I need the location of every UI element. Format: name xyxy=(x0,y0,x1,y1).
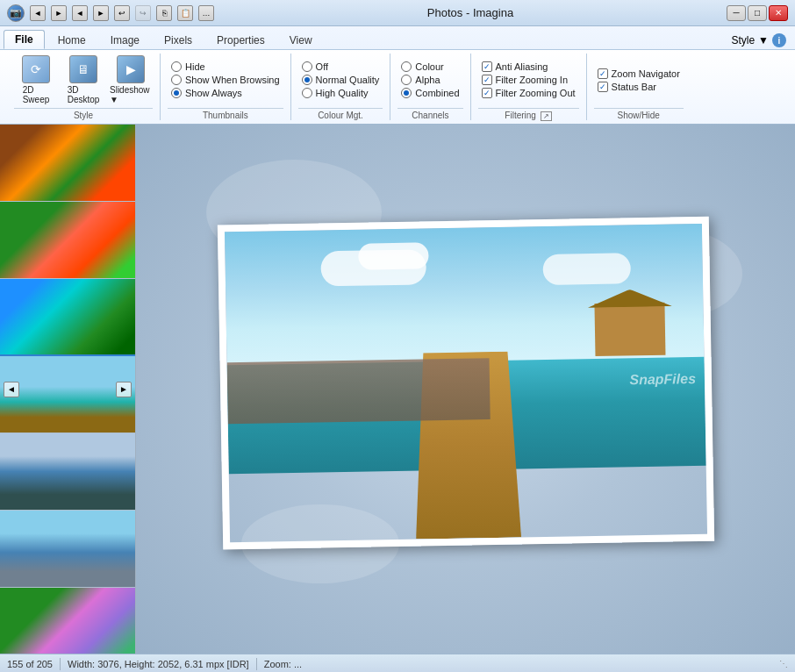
filtering-group-label: Filtering ↗ xyxy=(478,108,579,120)
image-count: 155 of 205 xyxy=(7,659,53,669)
tab-properties[interactable]: Properties xyxy=(205,31,276,49)
combined-radio[interactable]: Combined xyxy=(401,88,459,98)
show-always-radio[interactable]: Show Always xyxy=(171,88,280,98)
info-icon[interactable]: i xyxy=(772,33,786,47)
alpha-radio[interactable]: Alpha xyxy=(401,75,459,85)
colour-label: Colour xyxy=(415,61,443,72)
2d-sweep-btn[interactable]: ⟳ 2DSweep xyxy=(14,54,58,106)
anti-aliasing-check[interactable]: ✓ Anti Aliasing xyxy=(482,61,576,72)
tab-image[interactable]: Image xyxy=(99,31,151,49)
redo-btn[interactable]: ↪ xyxy=(135,5,151,21)
maximize-btn[interactable]: □ xyxy=(748,5,767,21)
high-quality-label: High Quality xyxy=(316,88,369,98)
undo-btn[interactable]: ↩ xyxy=(114,5,130,21)
thumbnail-3[interactable] xyxy=(0,279,135,356)
show-browsing-radio[interactable]: Show When Browsing xyxy=(171,75,280,85)
show-hide-check-col: ✓ Zoom Navigator ✓ Status Bar xyxy=(594,67,684,94)
status-bar-check[interactable]: ✓ Status Bar xyxy=(598,82,680,92)
thumbnails-options: Hide Show When Browsing Show Always xyxy=(168,54,283,108)
zoom-navigator-check[interactable]: ✓ Zoom Navigator xyxy=(598,68,680,79)
colour-mgt-group: Off Normal Quality High Quality Colour M… xyxy=(291,54,391,120)
ribbon-content: ⟳ 2DSweep 🖥 3DDesktop ▶ Slideshow ▼ Styl… xyxy=(0,49,795,124)
style-dropdown-arrow: ▼ xyxy=(758,34,769,46)
thumbnails-group-label: Thumbnails xyxy=(168,108,283,120)
combined-label: Combined xyxy=(415,88,459,98)
anti-aliasing-label: Anti Aliasing xyxy=(496,61,548,72)
off-label: Off xyxy=(316,61,328,72)
pier-photo[interactable]: SnapFiles xyxy=(217,216,713,549)
2d-sweep-icon: ⟳ xyxy=(22,55,50,83)
normal-quality-radio[interactable]: Normal Quality xyxy=(302,75,380,85)
sidebar-scroll-right[interactable]: ► xyxy=(116,382,132,397)
style-buttons: ⟳ 2DSweep 🖥 3DDesktop ▶ Slideshow ▼ xyxy=(14,54,153,108)
3d-desktop-btn[interactable]: 🖥 3DDesktop xyxy=(61,54,105,106)
thumbnail-2[interactable] xyxy=(0,202,135,279)
thumbnail-4[interactable] xyxy=(0,356,135,433)
2d-sweep-label: 2DSweep xyxy=(23,85,50,104)
nav-fwd-btn[interactable]: ► xyxy=(51,5,67,21)
style-group-label: Style xyxy=(14,108,153,120)
high-quality-radio[interactable]: High Quality xyxy=(302,88,380,98)
channels-group: Colour Alpha Combined Channels xyxy=(390,54,470,120)
colour-mgt-radio-col: Off Normal Quality High Quality xyxy=(298,60,383,100)
slideshow-btn[interactable]: ▶ Slideshow ▼ xyxy=(109,54,153,106)
style-dropdown[interactable]: Style ▼ i xyxy=(726,32,791,49)
extra-btn[interactable]: … xyxy=(198,5,214,21)
tab-pixels[interactable]: Pixels xyxy=(153,31,204,49)
thumbnail-1[interactable] xyxy=(0,125,135,202)
hide-radio[interactable]: Hide xyxy=(171,61,280,72)
filtering-group: ✓ Anti Aliasing ✓ Filter Zooming In ✓ Fi… xyxy=(471,54,587,120)
filter-zoom-in-label: Filter Zooming In xyxy=(496,75,569,85)
photo-pier-left xyxy=(226,357,490,424)
sidebar-scroll-left[interactable]: ◄ xyxy=(4,382,19,397)
colour-radio[interactable]: Colour xyxy=(401,61,459,72)
tab-file[interactable]: File xyxy=(4,30,45,49)
off-radio-indicator xyxy=(302,61,312,72)
ribbon: File Home Image Pixels Properties View S… xyxy=(0,26,795,125)
watermark: SnapFiles xyxy=(629,371,696,388)
minimize-btn[interactable]: ─ xyxy=(727,5,746,21)
slideshow-label: Slideshow ▼ xyxy=(110,85,152,104)
channels-radio-col: Colour Alpha Combined xyxy=(398,60,462,100)
filtering-expand-icon[interactable]: ↗ xyxy=(541,111,552,121)
alpha-label: Alpha xyxy=(415,75,440,85)
thumbnails-radio-col: Hide Show When Browsing Show Always xyxy=(168,60,283,100)
combined-radio-indicator xyxy=(401,88,412,98)
nav-fwd2-btn[interactable]: ► xyxy=(93,5,109,21)
resize-grip[interactable]: ⋱ xyxy=(779,659,788,668)
hide-radio-indicator xyxy=(171,61,182,72)
hide-label: Hide xyxy=(185,61,205,72)
slideshow-icon: ▶ xyxy=(117,55,145,83)
show-hide-options: ✓ Zoom Navigator ✓ Status Bar xyxy=(594,54,684,108)
filter-zoom-out-check[interactable]: ✓ Filter Zooming Out xyxy=(482,88,576,98)
show-always-radio-indicator xyxy=(171,88,182,98)
main-area: ◄ ► SnapFiles xyxy=(0,125,795,654)
photo-hut-body xyxy=(594,302,665,355)
colour-mgt-options: Off Normal Quality High Quality xyxy=(298,54,383,108)
zoom-navigator-label: Zoom Navigator xyxy=(612,68,680,79)
filtering-check-col: ✓ Anti Aliasing ✓ Filter Zooming In ✓ Fi… xyxy=(478,60,579,100)
thumbnail-7[interactable] xyxy=(0,588,135,654)
3d-desktop-icon: 🖥 xyxy=(69,55,97,83)
filter-zoom-out-label: Filter Zooming Out xyxy=(496,88,576,98)
copy-btn[interactable]: ⎘ xyxy=(156,5,172,21)
tab-view[interactable]: View xyxy=(278,31,324,49)
filtering-options: ✓ Anti Aliasing ✓ Filter Zooming In ✓ Fi… xyxy=(478,54,579,108)
photo-cloud-2 xyxy=(358,242,429,269)
tab-home[interactable]: Home xyxy=(47,31,97,49)
paste-btn[interactable]: 📋 xyxy=(177,5,193,21)
thumbnail-6[interactable] xyxy=(0,511,135,588)
style-group: ⟳ 2DSweep 🖥 3DDesktop ▶ Slideshow ▼ Styl… xyxy=(7,54,161,120)
status-bar-label: Status Bar xyxy=(612,82,656,92)
channels-options: Colour Alpha Combined xyxy=(398,54,462,108)
titlebar: 📷 ◄ ► ◄ ► ↩ ↪ ⎘ 📋 … Photos - Imagina ─ □… xyxy=(0,0,795,26)
colour-mgt-group-label: Colour Mgt. xyxy=(298,108,383,120)
close-btn[interactable]: ✕ xyxy=(769,5,788,21)
normal-quality-label: Normal Quality xyxy=(316,75,380,85)
off-radio[interactable]: Off xyxy=(302,61,380,72)
filter-zoom-in-check[interactable]: ✓ Filter Zooming In xyxy=(482,75,576,85)
nav-back2-btn[interactable]: ◄ xyxy=(72,5,88,21)
anti-aliasing-checkbox: ✓ xyxy=(482,61,492,72)
thumbnail-5[interactable] xyxy=(0,433,135,511)
nav-back-btn[interactable]: ◄ xyxy=(30,5,46,21)
